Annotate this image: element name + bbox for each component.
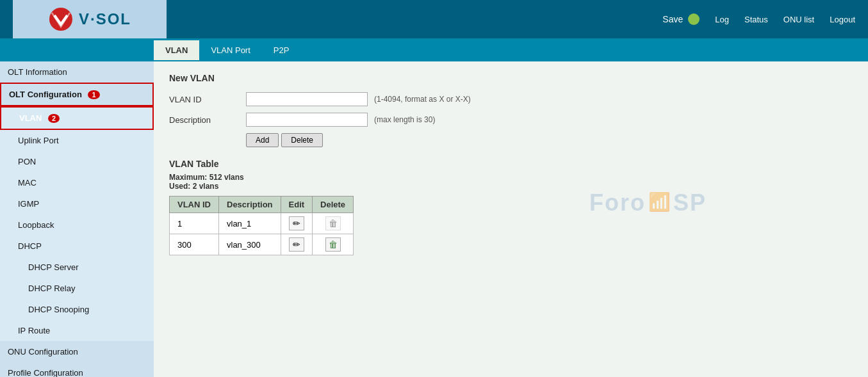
watermark-wifi-icon: 📶 (648, 191, 671, 213)
vlan-id-row: VLAN ID (1-4094, format as X or X-X) (169, 92, 853, 106)
sidebar-item-onu-configuration[interactable]: ONU Configuration (0, 341, 154, 362)
vlan-id-cell: 300 (170, 234, 219, 255)
vlan-table: VLAN ID Description Edit Delete 1vlan_1✏… (169, 196, 354, 255)
description-input[interactable] (246, 113, 368, 127)
save-area: Save (662, 13, 700, 25)
add-button[interactable]: Add (246, 133, 279, 147)
vlan-id-input[interactable] (246, 92, 368, 106)
onu-list-link[interactable]: ONU list (783, 15, 814, 24)
delete-cell: 🗑 (313, 213, 354, 234)
col-edit: Edit (281, 197, 313, 213)
content-area: New VLAN VLAN ID (1-4094, format as X or… (154, 61, 868, 377)
watermark: Foro 📶 SP (589, 189, 707, 216)
delete-row-button[interactable]: 🗑 (325, 216, 341, 230)
watermark-text2: SP (673, 189, 707, 216)
vlan-desc-cell: vlan_300 (219, 234, 281, 255)
header: V·SOL Save Log Status ONU list Logout (0, 0, 868, 38)
delete-cell: 🗑 (313, 234, 354, 255)
watermark-text: Foro (589, 189, 646, 216)
sidebar: OLT Information OLT Configuration VLAN U… (0, 61, 154, 377)
sidebar-item-pon[interactable]: PON (0, 151, 154, 172)
tab-bar: VLAN VLAN Port P2P (0, 38, 868, 61)
form-buttons: Add Delete (169, 133, 853, 147)
sidebar-item-dhcp[interactable]: DHCP (0, 236, 154, 257)
tab-vlan[interactable]: VLAN (154, 40, 199, 60)
save-label[interactable]: Save (662, 14, 683, 24)
col-delete: Delete (313, 197, 354, 213)
vlan-id-label: VLAN ID (169, 95, 240, 104)
max-vlans: Maximum: 512 vlans (169, 173, 244, 182)
vlan-id-hint: (1-4094, format as X or X-X) (374, 95, 471, 104)
sidebar-item-uplink-port[interactable]: Uplink Port (0, 130, 154, 151)
vsol-logo-icon (48, 6, 74, 32)
sidebar-item-profile-configuration[interactable]: Profile Configuration (0, 362, 154, 377)
edit-cell: ✏ (281, 213, 313, 234)
log-link[interactable]: Log (715, 15, 729, 24)
status-indicator (688, 13, 700, 25)
main-layout: OLT Information OLT Configuration VLAN U… (0, 61, 868, 377)
vlan-stats: Maximum: 512 vlans Used: 2 vlans (169, 173, 853, 191)
sidebar-item-igmp[interactable]: IGMP (0, 193, 154, 214)
tab-vlan-port[interactable]: VLAN Port (199, 40, 261, 60)
edit-cell: ✏ (281, 234, 313, 255)
table-row: 300vlan_300✏🗑 (170, 234, 354, 255)
logout-link[interactable]: Logout (830, 15, 855, 24)
edit-row-button[interactable]: ✏ (289, 237, 304, 252)
vlan-table-title: VLAN Table (169, 159, 853, 169)
description-hint: (max length is 30) (374, 115, 435, 124)
sidebar-item-vlan[interactable]: VLAN (0, 106, 154, 130)
sidebar-item-dhcp-relay[interactable]: DHCP Relay (0, 278, 154, 299)
sidebar-item-ip-route[interactable]: IP Route (0, 320, 154, 341)
edit-row-button[interactable]: ✏ (289, 216, 304, 230)
tab-p2p[interactable]: P2P (262, 40, 301, 60)
description-row: Description (max length is 30) (169, 113, 853, 127)
delete-row-button[interactable]: 🗑 (325, 237, 341, 252)
sidebar-item-olt-information[interactable]: OLT Information (0, 61, 154, 83)
new-vlan-title: New VLAN (169, 73, 853, 83)
sidebar-item-dhcp-server[interactable]: DHCP Server (0, 257, 154, 278)
sidebar-item-mac[interactable]: MAC (0, 172, 154, 193)
logo-area: V·SOL (13, 0, 167, 38)
table-row: 1vlan_1✏🗑 (170, 213, 354, 234)
col-vlan-id: VLAN ID (170, 197, 219, 213)
sidebar-item-dhcp-snooping[interactable]: DHCP Snooping (0, 299, 154, 320)
logo-text: V·SOL (79, 10, 131, 28)
description-label: Description (169, 115, 240, 125)
used-vlans: Used: 2 vlans (169, 182, 218, 191)
col-description: Description (219, 197, 281, 213)
status-link[interactable]: Status (744, 15, 768, 24)
delete-button[interactable]: Delete (281, 133, 323, 147)
vlan-id-cell: 1 (170, 213, 219, 234)
header-right: Save Log Status ONU list Logout (167, 13, 855, 25)
sidebar-item-loopback[interactable]: Loopback (0, 214, 154, 236)
vlan-desc-cell: vlan_1 (219, 213, 281, 234)
sidebar-item-olt-configuration[interactable]: OLT Configuration (0, 83, 154, 106)
